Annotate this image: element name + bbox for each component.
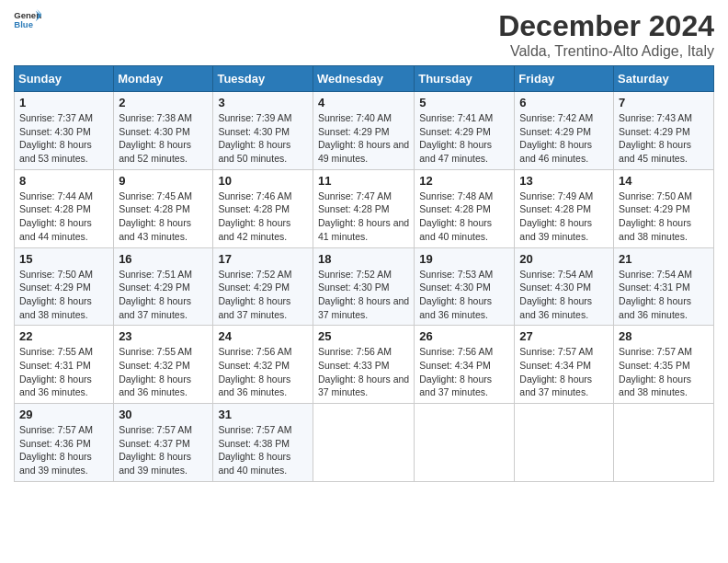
day-number: 1 bbox=[19, 96, 108, 109]
svg-text:Blue: Blue bbox=[14, 19, 33, 29]
calendar-cell: 1 Sunrise: 7:37 AM Sunset: 4:30 PM Dayli… bbox=[15, 92, 114, 170]
calendar-cell bbox=[415, 404, 515, 482]
sunset-label: Sunset: 4:31 PM bbox=[619, 282, 690, 293]
day-number: 31 bbox=[218, 408, 308, 421]
calendar-week-row: 29 Sunrise: 7:57 AM Sunset: 4:36 PM Dayl… bbox=[15, 404, 714, 482]
header: General Blue December 2024 Valda, Trenti… bbox=[14, 9, 714, 60]
sunrise-label: Sunrise: 7:57 AM bbox=[519, 346, 593, 357]
day-info: Sunrise: 7:50 AM Sunset: 4:29 PM Dayligh… bbox=[19, 268, 108, 322]
daylight-label: Daylight: 8 hours and 37 minutes. bbox=[318, 373, 409, 398]
day-info: Sunrise: 7:50 AM Sunset: 4:29 PM Dayligh… bbox=[619, 190, 709, 244]
day-of-week-header: Wednesday bbox=[313, 66, 414, 92]
daylight-label: Daylight: 8 hours and 40 minutes. bbox=[218, 451, 290, 476]
main-title: December 2024 bbox=[498, 9, 714, 43]
sunset-label: Sunset: 4:36 PM bbox=[19, 438, 91, 449]
sunrise-label: Sunrise: 7:42 AM bbox=[519, 112, 593, 123]
sunset-label: Sunset: 4:29 PM bbox=[619, 126, 690, 137]
daylight-label: Daylight: 8 hours and 52 minutes. bbox=[119, 139, 191, 164]
sunset-label: Sunset: 4:30 PM bbox=[19, 126, 91, 137]
sunset-label: Sunset: 4:28 PM bbox=[119, 203, 190, 214]
day-number: 16 bbox=[119, 252, 208, 266]
calendar-cell: 29 Sunrise: 7:57 AM Sunset: 4:36 PM Dayl… bbox=[15, 404, 114, 482]
sunrise-label: Sunrise: 7:53 AM bbox=[419, 269, 493, 280]
day-info: Sunrise: 7:38 AM Sunset: 4:30 PM Dayligh… bbox=[119, 111, 208, 166]
sunset-label: Sunset: 4:34 PM bbox=[419, 360, 491, 371]
sunrise-label: Sunrise: 7:54 AM bbox=[519, 269, 593, 280]
calendar-cell: 15 Sunrise: 7:50 AM Sunset: 4:29 PM Dayl… bbox=[15, 247, 114, 326]
day-number: 14 bbox=[619, 174, 709, 188]
calendar-cell: 17 Sunrise: 7:52 AM Sunset: 4:29 PM Dayl… bbox=[213, 247, 313, 326]
subtitle: Valda, Trentino-Alto Adige, Italy bbox=[498, 43, 714, 60]
day-number: 21 bbox=[619, 252, 709, 266]
daylight-label: Daylight: 8 hours and 39 minutes. bbox=[519, 217, 592, 242]
logo: General Blue bbox=[14, 9, 41, 29]
calendar-cell: 6 Sunrise: 7:42 AM Sunset: 4:29 PM Dayli… bbox=[515, 92, 614, 170]
day-number: 5 bbox=[419, 96, 509, 109]
calendar-cell: 11 Sunrise: 7:47 AM Sunset: 4:28 PM Dayl… bbox=[313, 169, 414, 247]
sunrise-label: Sunrise: 7:57 AM bbox=[19, 424, 93, 435]
daylight-label: Daylight: 8 hours and 38 minutes. bbox=[619, 373, 691, 398]
calendar-cell: 9 Sunrise: 7:45 AM Sunset: 4:28 PM Dayli… bbox=[114, 169, 213, 247]
day-number: 24 bbox=[218, 329, 308, 343]
daylight-label: Daylight: 8 hours and 37 minutes. bbox=[519, 373, 592, 398]
daylight-label: Daylight: 8 hours and 45 minutes. bbox=[619, 139, 691, 164]
day-number: 13 bbox=[519, 174, 609, 188]
sunset-label: Sunset: 4:30 PM bbox=[519, 282, 591, 293]
day-info: Sunrise: 7:41 AM Sunset: 4:29 PM Dayligh… bbox=[419, 111, 509, 166]
day-number: 18 bbox=[318, 252, 409, 266]
sunset-label: Sunset: 4:32 PM bbox=[218, 360, 290, 371]
sunrise-label: Sunrise: 7:45 AM bbox=[119, 190, 192, 201]
sunrise-label: Sunrise: 7:51 AM bbox=[119, 269, 192, 280]
day-number: 19 bbox=[419, 252, 509, 266]
day-of-week-header: Friday bbox=[515, 66, 614, 92]
calendar: SundayMondayTuesdayWednesdayThursdayFrid… bbox=[14, 65, 714, 482]
daylight-label: Daylight: 8 hours and 36 minutes. bbox=[619, 295, 691, 320]
sunset-label: Sunset: 4:30 PM bbox=[119, 126, 190, 137]
daylight-label: Daylight: 8 hours and 37 minutes. bbox=[119, 295, 191, 320]
sunrise-label: Sunrise: 7:48 AM bbox=[419, 190, 493, 201]
day-number: 20 bbox=[519, 252, 609, 266]
day-info: Sunrise: 7:56 AM Sunset: 4:32 PM Dayligh… bbox=[218, 345, 308, 399]
calendar-cell bbox=[515, 404, 614, 482]
sunset-label: Sunset: 4:29 PM bbox=[119, 282, 190, 293]
day-info: Sunrise: 7:56 AM Sunset: 4:33 PM Dayligh… bbox=[318, 345, 409, 399]
day-info: Sunrise: 7:57 AM Sunset: 4:36 PM Dayligh… bbox=[19, 423, 108, 477]
day-number: 7 bbox=[619, 96, 709, 109]
calendar-cell: 7 Sunrise: 7:43 AM Sunset: 4:29 PM Dayli… bbox=[614, 92, 714, 170]
sunset-label: Sunset: 4:29 PM bbox=[218, 282, 290, 293]
day-info: Sunrise: 7:53 AM Sunset: 4:30 PM Dayligh… bbox=[419, 268, 509, 322]
day-number: 25 bbox=[318, 329, 409, 343]
calendar-week-row: 15 Sunrise: 7:50 AM Sunset: 4:29 PM Dayl… bbox=[15, 247, 714, 326]
day-number: 6 bbox=[519, 96, 609, 109]
day-of-week-header: Saturday bbox=[614, 66, 714, 92]
calendar-cell: 28 Sunrise: 7:57 AM Sunset: 4:35 PM Dayl… bbox=[614, 326, 714, 404]
calendar-week-row: 1 Sunrise: 7:37 AM Sunset: 4:30 PM Dayli… bbox=[15, 92, 714, 170]
sunrise-label: Sunrise: 7:56 AM bbox=[318, 346, 392, 357]
calendar-cell: 23 Sunrise: 7:55 AM Sunset: 4:32 PM Dayl… bbox=[114, 326, 213, 404]
calendar-cell: 19 Sunrise: 7:53 AM Sunset: 4:30 PM Dayl… bbox=[415, 247, 515, 326]
calendar-week-row: 8 Sunrise: 7:44 AM Sunset: 4:28 PM Dayli… bbox=[15, 169, 714, 247]
sunset-label: Sunset: 4:29 PM bbox=[619, 203, 690, 214]
sunset-label: Sunset: 4:30 PM bbox=[218, 126, 290, 137]
sunset-label: Sunset: 4:33 PM bbox=[318, 360, 390, 371]
day-of-week-header: Monday bbox=[114, 66, 213, 92]
sunrise-label: Sunrise: 7:57 AM bbox=[119, 424, 192, 435]
sunrise-label: Sunrise: 7:50 AM bbox=[19, 269, 93, 280]
day-info: Sunrise: 7:37 AM Sunset: 4:30 PM Dayligh… bbox=[19, 111, 108, 166]
daylight-label: Daylight: 8 hours and 47 minutes. bbox=[419, 139, 492, 164]
daylight-label: Daylight: 8 hours and 41 minutes. bbox=[318, 217, 409, 242]
sunrise-label: Sunrise: 7:56 AM bbox=[419, 346, 493, 357]
daylight-label: Daylight: 8 hours and 38 minutes. bbox=[19, 295, 92, 320]
day-number: 4 bbox=[318, 96, 409, 109]
sunset-label: Sunset: 4:28 PM bbox=[419, 203, 491, 214]
day-number: 29 bbox=[19, 408, 108, 421]
sunrise-label: Sunrise: 7:44 AM bbox=[19, 190, 93, 201]
calendar-cell: 13 Sunrise: 7:49 AM Sunset: 4:28 PM Dayl… bbox=[515, 169, 614, 247]
daylight-label: Daylight: 8 hours and 37 minutes. bbox=[318, 295, 409, 320]
day-info: Sunrise: 7:42 AM Sunset: 4:29 PM Dayligh… bbox=[519, 111, 609, 166]
daylight-label: Daylight: 8 hours and 49 minutes. bbox=[318, 139, 409, 164]
daylight-label: Daylight: 8 hours and 40 minutes. bbox=[419, 217, 492, 242]
calendar-cell bbox=[614, 404, 714, 482]
day-of-week-header: Tuesday bbox=[213, 66, 313, 92]
day-number: 17 bbox=[218, 252, 308, 266]
